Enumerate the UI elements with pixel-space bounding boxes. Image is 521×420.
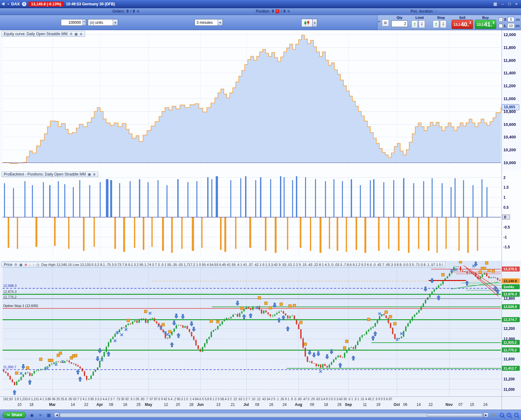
- positions-close-icon[interactable]: ⊗: [93, 172, 96, 176]
- stop-points-row: ✓ S 5 pts: [499, 17, 520, 22]
- close-position-icon[interactable]: ×: [276, 9, 279, 13]
- stop-sell-button[interactable]: ↧: [440, 20, 446, 28]
- main-toolbar: ▲ ▼ (x) units ▾ 3 minutes ▾ ▾ ◂ ⚙ Qty: [0, 15, 521, 30]
- info-icon[interactable]: i: [22, 2, 26, 6]
- buy-header: Buy: [475, 16, 496, 19]
- price-panel-tab: Price ⚙ ▣ ⊗ ↓ ↑ ◷ Day High 13,345.16 Low…: [1, 262, 445, 267]
- sell-button[interactable]: 13,1 40. 3: [452, 20, 473, 29]
- maximize-button[interactable]: □: [507, 2, 512, 6]
- orders-count: 0: [126, 9, 129, 13]
- scrollbar-track[interactable]: [60, 413, 483, 417]
- position-settings-icon[interactable]: ⚙: [287, 9, 290, 13]
- equity-settings-wrench-icon[interactable]: ⚙: [69, 32, 73, 36]
- clock-instrument-label: 10:49:53 Germany 30 (DFB): [66, 2, 115, 6]
- limit-up-arrow-icon: ↥: [413, 22, 416, 26]
- status-bar: ↪ Share ◉ ≡ ▦ ◀ ▶ ✎ ▭ + −: [0, 410, 521, 420]
- orders-status: Orders: 0 / 0 ⚙: [112, 9, 140, 13]
- orders-bar: Orders: 0 / 0 ⚙ Position: 0 × / 0 ⚙ Pos.…: [0, 8, 521, 15]
- share-icon: ↪: [7, 413, 10, 417]
- scroll-right-icon[interactable]: ▶: [484, 413, 488, 417]
- timeframe-dropdown[interactable]: 3 minutes ▾: [195, 19, 223, 26]
- buy-button[interactable]: 13,1 41. 3: [475, 20, 496, 29]
- equity-close-icon[interactable]: ⊗: [80, 32, 83, 36]
- limit-checkbox-label: L: [504, 24, 506, 28]
- positions-panel: ProBacktest - Positions: Daily Open Stra…: [0, 170, 521, 261]
- speaker-icon[interactable]: [2, 2, 5, 6]
- quantity-up-icon[interactable]: ▲: [82, 19, 86, 23]
- chart-style-dropdown-icon[interactable]: ▾: [313, 19, 317, 27]
- limit-buy-button[interactable]: ↥: [411, 20, 418, 28]
- limit-points-value[interactable]: 10: [508, 23, 514, 28]
- quantity-field: ▲ ▼: [61, 19, 86, 26]
- trading-platform-window: ▾ DAX i 13,140.8 (-0.13%) 10:49:53 Germa…: [0, 0, 521, 420]
- quantity-spinner[interactable]: ▲ ▼: [82, 19, 86, 25]
- position-slash: /: [281, 9, 282, 13]
- table-view-icon[interactable]: ▦: [46, 413, 51, 417]
- news-icon[interactable]: ≡: [37, 413, 43, 417]
- share-button[interactable]: ↪ Share: [3, 412, 26, 418]
- minimize-button[interactable]: –: [500, 2, 505, 6]
- equity-panel: Equity curve: Daily Open Straddle MM ⚙ ▣…: [0, 30, 521, 170]
- horizontal-scrollbar[interactable]: ◀ ▶: [54, 413, 488, 417]
- title-bar: ▾ DAX i 13,140.8 (-0.13%) 10:49:53 Germa…: [0, 0, 521, 8]
- sell-price-prefix: 13,1: [454, 23, 460, 26]
- limit-sell-button[interactable]: ↧: [419, 20, 425, 28]
- price-settings-wrench-icon[interactable]: ⚙: [14, 263, 17, 267]
- units-dropdown-icon[interactable]: ▾: [113, 19, 118, 25]
- timeframe-dropdown-icon[interactable]: ▾: [218, 19, 223, 25]
- timeframe-selected-label: 3 minutes: [195, 20, 218, 25]
- price-panel: Price ⚙ ▣ ⊗ ↓ ↑ ◷ Day High 13,345.16 Low…: [0, 261, 521, 410]
- order-qty-input[interactable]: [392, 21, 407, 27]
- price-arrow-up-icon[interactable]: ↑: [33, 263, 35, 267]
- price-change-badge: 13,140.8 (-0.13%): [29, 2, 64, 7]
- limit-down-arrow-icon: ↧: [420, 22, 423, 26]
- orders-settings-icon[interactable]: ⚙: [137, 9, 140, 13]
- limit-points-unit: pts: [516, 24, 520, 28]
- equity-panel-tab: Equity curve: Daily Open Straddle MM ⚙ ▣…: [1, 31, 85, 37]
- order-settings-wrench-icon[interactable]: ⚙: [382, 19, 389, 26]
- equity-chart-canvas[interactable]: [0, 30, 521, 170]
- price-popout-icon[interactable]: ▣: [19, 263, 22, 267]
- position-duration-label: Pos. duration : -: [411, 9, 437, 13]
- positions-chart-canvas[interactable]: [0, 170, 521, 261]
- buy-price-decimal: 3: [492, 21, 494, 24]
- price-arrow-down-icon[interactable]: ↓: [29, 263, 31, 267]
- orders-slash: /: [130, 9, 131, 13]
- stop-checkbox[interactable]: ✓: [499, 18, 503, 22]
- ticket-expander-icon[interactable]: ◂: [378, 19, 379, 23]
- price-chart-canvas[interactable]: [0, 261, 521, 410]
- qty-header: Qty: [391, 16, 408, 19]
- position-duration: Pos. duration : -: [411, 9, 437, 13]
- quantity-down-icon[interactable]: ▼: [82, 23, 86, 25]
- price-close-icon[interactable]: ⊗: [24, 263, 27, 267]
- workspace-grid-icon[interactable]: ▦: [492, 2, 498, 6]
- zoom-out-icon[interactable]: −: [514, 413, 518, 417]
- stop-buy-button[interactable]: ↥: [433, 20, 439, 28]
- limit-points-row: L 10 pts: [499, 23, 520, 28]
- symbol-dropdown-icon[interactable]: ▾: [8, 3, 9, 6]
- scrollbar-thumb[interactable]: [427, 414, 482, 417]
- chart-style-button[interactable]: [301, 19, 313, 27]
- price-panel-title: Price: [4, 262, 12, 267]
- stop-points-unit: pts: [516, 18, 520, 21]
- position-count: 0: [272, 9, 274, 13]
- order-ticket: ◂ ⚙ Qty Limit ↥ ↧ Stop ↥ ↧ Sell 13,1 40.…: [377, 15, 521, 30]
- screenshot-icon[interactable]: ◉: [29, 413, 35, 417]
- units-dropdown[interactable]: (x) units ▾: [88, 19, 118, 26]
- equity-popout-icon[interactable]: ▣: [74, 32, 78, 36]
- zoom-in-icon[interactable]: +: [507, 413, 511, 417]
- position-count-2: 0: [283, 9, 286, 13]
- stop-points-value[interactable]: 5: [508, 17, 514, 22]
- quantity-input[interactable]: [61, 19, 82, 25]
- zoom-select-icon[interactable]: ▭: [500, 413, 504, 417]
- scroll-left-icon[interactable]: ◀: [54, 413, 59, 417]
- positions-popout-icon[interactable]: ▣: [88, 172, 91, 176]
- close-button[interactable]: ×: [513, 2, 519, 6]
- limit-checkbox[interactable]: [499, 24, 503, 28]
- price-alarm-icon[interactable]: ◷: [36, 263, 40, 267]
- buy-price-prefix: 13,1: [477, 23, 483, 26]
- stop-header: Stop: [432, 16, 450, 19]
- symbol-label: DAX: [11, 2, 20, 6]
- positions-panel-title: ProBacktest - Positions: Daily Open Stra…: [4, 172, 86, 176]
- draw-pencil-icon[interactable]: ✎: [491, 413, 497, 417]
